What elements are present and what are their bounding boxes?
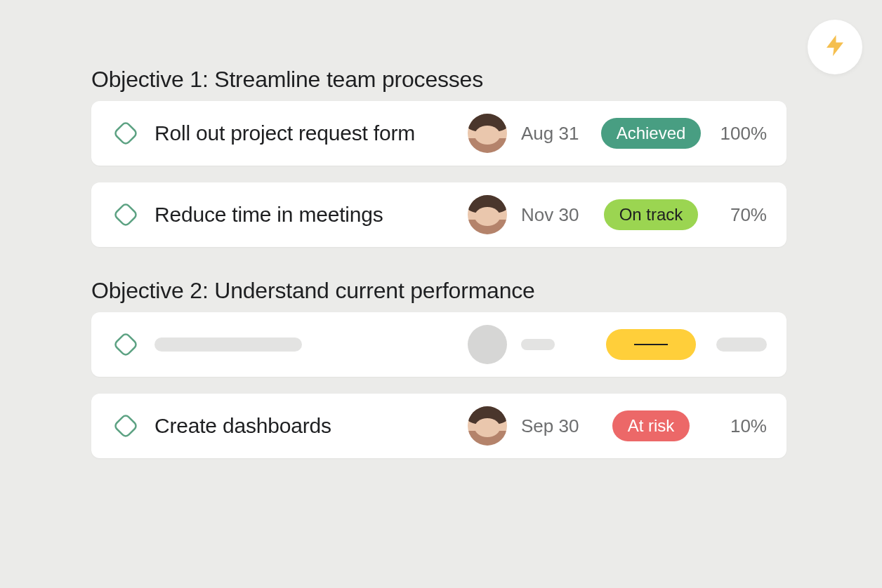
progress-value: 10% xyxy=(704,415,767,437)
key-result-title-placeholder[interactable] xyxy=(154,338,468,352)
assignee-avatar[interactable] xyxy=(468,195,507,234)
objective-group: Objective 2: Understand current performa… xyxy=(91,278,786,458)
due-date[interactable]: Aug 31 xyxy=(521,123,598,145)
svg-rect-0 xyxy=(114,121,138,145)
key-result-title: Roll out project request form xyxy=(154,121,468,145)
status-cell[interactable]: On track xyxy=(598,199,704,230)
assignee-avatar[interactable] xyxy=(468,114,507,153)
due-date-placeholder[interactable] xyxy=(521,339,598,350)
goal-diamond-icon xyxy=(111,200,140,229)
assignee-avatar[interactable] xyxy=(468,406,507,446)
status-cell[interactable]: Achieved xyxy=(598,118,704,149)
svg-rect-3 xyxy=(114,414,138,438)
due-date[interactable]: Nov 30 xyxy=(521,204,598,226)
assignee-avatar-placeholder[interactable] xyxy=(468,325,507,364)
key-result-row-editing[interactable] xyxy=(91,312,786,377)
svg-rect-1 xyxy=(114,203,138,227)
status-cell[interactable]: At risk xyxy=(598,410,704,441)
lightning-bolt-icon xyxy=(822,33,848,61)
due-date[interactable]: Sep 30 xyxy=(521,415,598,437)
status-cell-editing[interactable] xyxy=(598,329,704,360)
status-badge-editing xyxy=(606,329,696,360)
objective-group: Objective 1: Streamline team processes R… xyxy=(91,67,786,247)
key-result-title: Create dashboards xyxy=(154,414,468,438)
key-result-row[interactable]: Reduce time in meetings Nov 30 On track … xyxy=(91,182,786,247)
objectives-list: Objective 1: Streamline team processes R… xyxy=(91,67,786,475)
goal-diamond-icon xyxy=(111,119,140,148)
progress-value-placeholder xyxy=(704,338,767,352)
quick-action-fab[interactable] xyxy=(808,20,862,74)
progress-value: 70% xyxy=(704,204,767,226)
goal-diamond-icon xyxy=(111,330,140,359)
status-badge: At risk xyxy=(612,410,690,441)
progress-value: 100% xyxy=(704,123,767,145)
objective-title: Objective 2: Understand current performa… xyxy=(91,278,786,304)
text-cursor-icon xyxy=(634,344,668,345)
objective-title: Objective 1: Streamline team processes xyxy=(91,67,786,93)
key-result-title: Reduce time in meetings xyxy=(154,203,468,227)
svg-rect-2 xyxy=(114,333,138,356)
status-badge: Achieved xyxy=(601,118,702,149)
key-result-row[interactable]: Roll out project request form Aug 31 Ach… xyxy=(91,101,786,166)
key-result-row[interactable]: Create dashboards Sep 30 At risk 10% xyxy=(91,394,786,458)
status-badge: On track xyxy=(604,199,699,230)
goal-diamond-icon xyxy=(111,411,140,441)
